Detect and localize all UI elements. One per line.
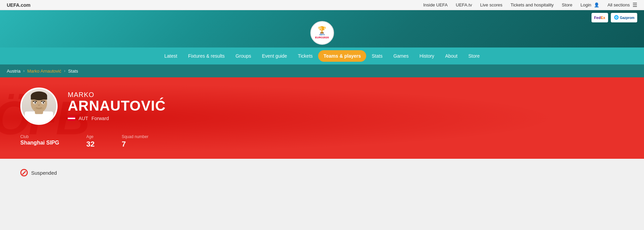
uefa-tv-link[interactable]: UEFA.tv [456, 2, 472, 7]
breadcrumb-player[interactable]: Marko Arnautović [27, 69, 61, 74]
svg-point-13 [34, 107, 44, 110]
player-first-name: MARKO [68, 91, 166, 98]
top-bar-left: UEFA.com [7, 2, 30, 8]
player-avatar [20, 88, 58, 125]
breadcrumb-arrow-1: › [23, 69, 24, 73]
player-photo [22, 89, 56, 123]
euro-2020-logo[interactable]: 🏆 UEFA EURO2020 [310, 21, 334, 45]
gazprom-label: Gazprom [620, 16, 635, 20]
site-logo: UEFA.com [7, 2, 30, 8]
gazprom-sponsor: ⚙ Gazprom [611, 13, 637, 22]
fedex-label: FedEx [594, 16, 605, 20]
breadcrumb-austria[interactable]: Austria [7, 69, 20, 74]
nav-latest[interactable]: Latest [159, 47, 183, 64]
squad-stat: Squad number 7 [122, 134, 148, 149]
top-bar: UEFA.com Inside UEFA UEFA.tv Live scores… [0, 0, 644, 10]
club-stat: Club Shanghai SIPG [20, 134, 59, 149]
breadcrumb: Austria › Marko Arnautović › Stats [0, 64, 644, 77]
nav-store[interactable]: Store [463, 47, 485, 64]
hamburger-icon: ☰ [632, 2, 637, 8]
austria-flag-icon [68, 116, 75, 121]
age-value: 32 [86, 140, 95, 149]
club-value: Shanghai SIPG [20, 140, 59, 146]
player-hero: ÖFB [0, 77, 644, 159]
euro-logo-wrap: 🏆 UEFA EURO2020 [0, 21, 644, 47]
all-sections-link[interactable]: All sections ☰ [607, 2, 637, 8]
breadcrumb-stats: Stats [68, 69, 78, 74]
top-bar-right: Inside UEFA UEFA.tv Live scores Tickets … [423, 2, 637, 8]
nav-stats[interactable]: Stats [366, 47, 388, 64]
suspended-row: Suspended [20, 169, 624, 176]
nav-tickets[interactable]: Tickets [292, 47, 318, 64]
content-area: Suspended [0, 159, 644, 199]
club-label: Club [20, 134, 59, 139]
login-link[interactable]: Login 👤 [580, 2, 599, 7]
suspended-label: Suspended [31, 170, 57, 176]
euro-logo-inner: 🏆 UEFA EURO2020 [315, 26, 329, 39]
player-info: MARKO ARNAUTOVIĆ AUT Forward [68, 91, 166, 121]
breadcrumb-arrow-2: › [64, 69, 65, 73]
nav-games[interactable]: Games [388, 47, 414, 64]
nav-teams-players[interactable]: Teams & players [318, 50, 366, 62]
player-nation-pos: AUT Forward [68, 116, 166, 121]
squad-value: 7 [122, 140, 148, 149]
nav-about[interactable]: About [440, 47, 463, 64]
suspended-icon [20, 169, 28, 176]
user-icon: 👤 [594, 2, 599, 7]
nation-code: AUT [79, 116, 88, 121]
all-sections-label: All sections [607, 2, 630, 7]
header-area: FedEx ⚙ Gazprom 🏆 UEFA EURO2020 Latest F… [0, 10, 644, 77]
euro-uefa-text: UEFA [315, 34, 329, 36]
nav-fixtures-results[interactable]: Fixtures & results [183, 47, 230, 64]
age-stat: Age 32 [86, 134, 95, 149]
svg-rect-6 [31, 96, 47, 99]
store-topbar-link[interactable]: Store [562, 2, 572, 7]
live-scores-link[interactable]: Live scores [480, 2, 502, 7]
nav-groups[interactable]: Groups [230, 47, 256, 64]
nav-history[interactable]: History [414, 47, 440, 64]
login-label: Login [580, 2, 591, 7]
svg-point-11 [35, 102, 36, 103]
player-stats-row: Club Shanghai SIPG Age 32 Squad number 7 [20, 134, 624, 149]
age-label: Age [86, 134, 95, 139]
player-hero-content: MARKO ARNAUTOVIĆ AUT Forward [20, 88, 624, 125]
inside-uefa-link[interactable]: Inside UEFA [423, 2, 448, 7]
trophy-icon: 🏆 [315, 26, 329, 33]
nav-event-guide[interactable]: Event guide [256, 47, 292, 64]
svg-point-12 [43, 102, 44, 103]
player-last-name: ARNAUTOVIĆ [68, 99, 166, 113]
fedex-sponsor: FedEx [591, 13, 608, 22]
squad-label: Squad number [122, 134, 148, 139]
player-position: Forward [91, 116, 109, 121]
gazprom-icon: ⚙ [614, 14, 619, 21]
euro-year-text: EURO2020 [315, 36, 329, 39]
main-nav: Latest Fixtures & results Groups Event g… [0, 47, 644, 64]
tickets-hospitality-link[interactable]: Tickets and hospitality [511, 2, 554, 7]
